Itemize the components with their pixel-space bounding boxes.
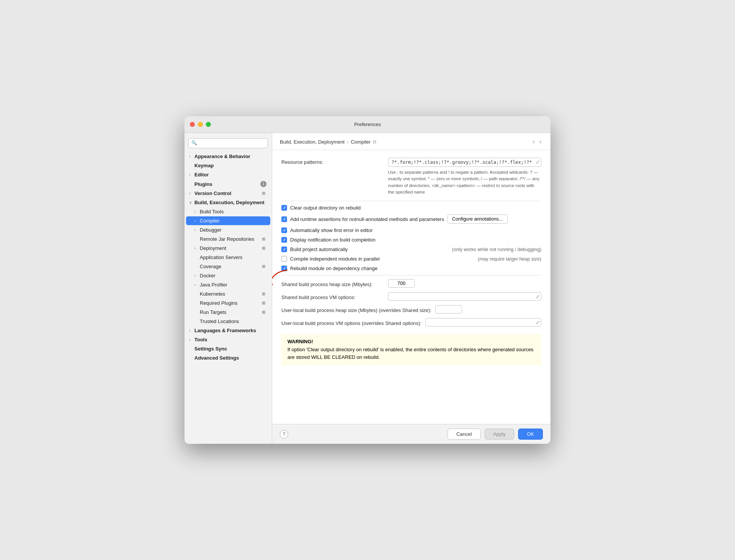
sidebar-item-label: Docker [200, 273, 266, 278]
heap-local-control [435, 305, 462, 314]
help-button[interactable]: ? [280, 430, 288, 438]
sidebar-item-label: Languages & Frameworks [194, 328, 266, 333]
divider-1 [281, 201, 541, 201]
sidebar-item-languages[interactable]: ›Languages & Frameworks [186, 326, 270, 335]
sidebar-item-tools[interactable]: ›Tools [186, 335, 270, 344]
breadcrumb: Build, Execution, Deployment › Compiler … [280, 139, 376, 145]
close-button[interactable] [190, 122, 195, 127]
vm-shared-input[interactable] [388, 292, 541, 301]
heap-shared-control [388, 279, 415, 288]
checkbox-label-build-auto: Build project automatically [290, 246, 348, 252]
sidebar-item-deployment[interactable]: ›Deployment⊞ [186, 244, 270, 253]
vm-shared-expand-icon[interactable]: ⤢ [536, 294, 540, 299]
sidebar-item-keymap[interactable]: Keymap [186, 161, 270, 170]
chevron-icon: › [194, 219, 200, 223]
sidebar-item-label: Compiler [200, 218, 266, 224]
maximize-button[interactable] [206, 122, 211, 127]
resource-patterns-input[interactable] [388, 158, 541, 167]
titlebar: Preferences [185, 116, 550, 133]
checkbox-build-auto[interactable] [281, 246, 287, 252]
sidebar-item-badge: 1 [260, 181, 266, 187]
sidebar-item-docker[interactable]: ›Docker [186, 271, 270, 280]
checkbox-label-clear-output: Clear output directory on rebuild [290, 205, 361, 211]
apply-button[interactable]: Apply [485, 429, 515, 440]
chevron-icon: › [194, 228, 200, 232]
sidebar-item-appearance[interactable]: ›Appearance & Behavior [186, 152, 270, 161]
checkbox-row-compile-parallel: Compile independent modules in parallel(… [281, 256, 541, 262]
chevron-icon: › [194, 274, 200, 278]
resource-patterns-row: Resource patterns: ⤢ Use ; to separate p… [281, 158, 541, 195]
ok-button[interactable]: OK [518, 429, 543, 440]
preferences-window: Preferences 🔍 ›Appearance & BehaviorKeym… [185, 116, 550, 444]
sidebar-item-compiler[interactable]: ›Compiler [186, 216, 270, 225]
vm-local-input[interactable] [425, 318, 541, 326]
sidebar-item-label: Kubernetes [200, 291, 260, 297]
checkboxes-container: Clear output directory on rebuildAdd run… [281, 205, 541, 271]
resource-patterns-hint: Use ; to separate patterns and ! to nega… [388, 169, 541, 195]
search-box: 🔍 [188, 138, 268, 148]
sidebar-item-coverage[interactable]: Coverage⊞ [186, 262, 270, 271]
sync-icon: ⊞ [260, 291, 266, 296]
sidebar-item-build-exec-deploy[interactable]: ∨Build, Execution, Deployment [186, 198, 270, 207]
vm-local-control: ⤢ [425, 318, 541, 326]
warning-title: WARNING! [287, 339, 535, 344]
search-input[interactable] [188, 138, 268, 148]
configure-annotations-button[interactable]: Configure annotations... [447, 214, 508, 224]
sidebar-items-container: ›Appearance & BehaviorKeymap›EditorPlugi… [185, 152, 272, 362]
sidebar-item-trusted-locations[interactable]: Trusted Locations [186, 317, 270, 326]
sync-icon: ⊞ [260, 191, 266, 196]
sidebar-item-label: Version Control [194, 190, 260, 196]
sidebar-item-build-tools[interactable]: ›Build Tools [186, 207, 270, 216]
sync-icon: ⊞ [260, 237, 266, 242]
sidebar-item-settings-sync[interactable]: Settings Sync [186, 344, 270, 353]
chevron-icon: › [189, 328, 194, 333]
checkbox-rebuild-dependency[interactable] [281, 266, 287, 271]
sidebar-item-label: Settings Sync [194, 346, 266, 352]
checkbox-auto-show-error[interactable] [281, 227, 287, 233]
sidebar-item-label: Tools [194, 337, 266, 342]
nav-back-button[interactable]: ‹ [531, 138, 536, 146]
compiler-settings: Resource patterns: ⤢ Use ; to separate p… [272, 150, 550, 424]
sidebar-item-label: Deployment [200, 245, 260, 251]
checkbox-note-build-auto: (only works while not running / debuggin… [445, 247, 541, 252]
sidebar-item-version-control[interactable]: ›Version Control⊞ [186, 189, 270, 198]
checkbox-compile-parallel[interactable] [281, 256, 287, 262]
nav-forward-button[interactable]: › [538, 138, 543, 146]
sidebar-item-debugger[interactable]: ›Debugger [186, 226, 270, 234]
sidebar-item-editor[interactable]: ›Editor [186, 170, 270, 179]
chevron-icon: › [194, 246, 200, 250]
sidebar-item-java-profiler[interactable]: ›Java Profiler [186, 280, 270, 289]
checkbox-label-rebuild-dependency: Rebuild module on dependency change [290, 266, 377, 271]
cancel-button[interactable]: Cancel [448, 429, 480, 440]
chevron-icon: › [194, 283, 200, 287]
breadcrumb-icon[interactable]: ⊟ [373, 139, 376, 144]
breadcrumb-current: Compiler [351, 139, 371, 145]
heap-local-row: User-local build process heap size (Mbyt… [281, 305, 541, 314]
minimize-button[interactable] [198, 122, 203, 127]
heap-shared-input[interactable] [388, 279, 415, 288]
checkbox-add-runtime[interactable] [281, 216, 287, 222]
checkbox-clear-output[interactable] [281, 205, 287, 211]
breadcrumb-parent[interactable]: Build, Execution, Deployment [280, 139, 345, 145]
sidebar-item-advanced[interactable]: Advanced Settings [186, 354, 270, 362]
sidebar-item-required-plugins[interactable]: Required Plugins⊞ [186, 299, 270, 307]
sidebar-item-app-servers[interactable]: Application Servers [186, 253, 270, 262]
vm-local-expand-icon[interactable]: ⤢ [536, 320, 540, 325]
divider-2 [281, 275, 541, 275]
checkbox-row-clear-output: Clear output directory on rebuild [281, 205, 541, 211]
chevron-icon: › [189, 338, 194, 342]
expand-icon[interactable]: ⤢ [536, 159, 540, 165]
sidebar-item-label: Application Servers [200, 254, 266, 260]
sidebar-item-plugins[interactable]: Plugins1 [186, 179, 270, 189]
heap-shared-label: Shared build process heap size (Mbytes): [281, 280, 388, 287]
sidebar-item-kubernetes[interactable]: Kubernetes⊞ [186, 290, 270, 298]
checkbox-display-notification[interactable] [281, 237, 287, 243]
checkbox-label-auto-show-error: Automatically show first error in editor [290, 227, 373, 233]
checkbox-label-add-runtime: Add runtime assertions for notnull-annot… [290, 216, 444, 222]
heap-shared-row: Shared build process heap size (Mbytes): [281, 279, 541, 288]
chevron-icon: › [189, 173, 194, 177]
heap-local-input[interactable] [435, 305, 462, 314]
sidebar-item-remote-jar[interactable]: Remote Jar Repositories⊞ [186, 235, 270, 243]
sidebar-item-run-targets[interactable]: Run Targets⊞ [186, 308, 270, 317]
sidebar-item-label: Java Profiler [200, 282, 266, 288]
